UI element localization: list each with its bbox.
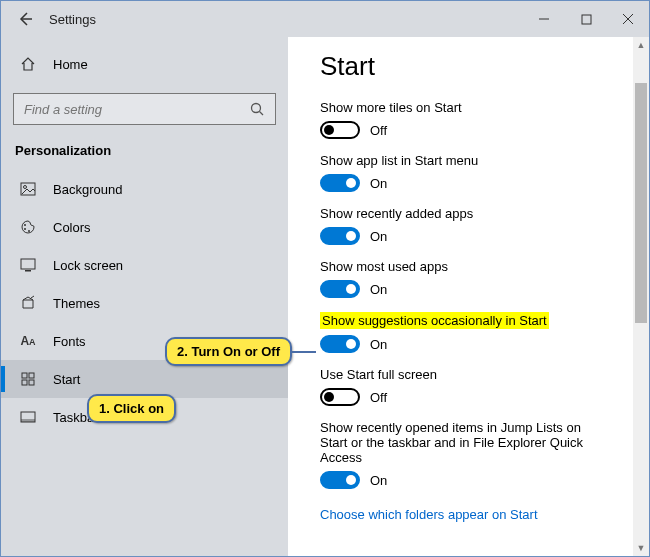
page-heading: Start <box>320 51 609 82</box>
svg-rect-7 <box>21 259 35 269</box>
setting-label: Show most used apps <box>320 259 448 274</box>
setting-label: Show recently opened items in Jump Lists… <box>320 420 609 465</box>
minimize-icon <box>538 13 550 25</box>
back-button[interactable] <box>9 1 41 37</box>
search-box[interactable] <box>13 93 276 125</box>
sidebar: Home Personalization Background Colo <box>1 37 288 556</box>
setting-label: Show suggestions occasionally in Start <box>320 312 549 329</box>
search-input[interactable] <box>14 102 239 117</box>
home-icon <box>19 56 37 72</box>
toggle-recently-added[interactable] <box>320 227 360 245</box>
toggle-state: On <box>370 473 387 488</box>
annotation-step2: 2. Turn On or Off <box>165 337 292 366</box>
setting-label: Show more tiles on Start <box>320 100 462 115</box>
nav-lock-screen[interactable]: Lock screen <box>1 246 288 284</box>
setting-more-tiles: Show more tiles on Start Off <box>320 100 609 139</box>
titlebar: Settings <box>1 1 649 37</box>
setting-most-used: Show most used apps On <box>320 259 609 298</box>
svg-rect-8 <box>25 270 31 272</box>
scrollbar[interactable]: ▲ ▼ <box>633 37 649 556</box>
toggle-state: On <box>370 337 387 352</box>
setting-recently-added: Show recently added apps On <box>320 206 609 245</box>
setting-label: Use Start full screen <box>320 367 437 382</box>
nav-label: Colors <box>53 220 91 235</box>
nav-background[interactable]: Background <box>1 170 288 208</box>
taskbar-icon <box>19 411 37 423</box>
toggle-state: Off <box>370 390 387 405</box>
maximize-button[interactable] <box>565 1 607 37</box>
nav-label: Fonts <box>53 334 86 349</box>
toggle-more-tiles[interactable] <box>320 121 360 139</box>
svg-point-6 <box>28 230 30 232</box>
setting-app-list: Show app list in Start menu On <box>320 153 609 192</box>
svg-point-3 <box>24 186 27 189</box>
back-arrow-icon <box>17 11 33 27</box>
nav-label: Background <box>53 182 122 197</box>
close-button[interactable] <box>607 1 649 37</box>
setting-full-screen: Use Start full screen Off <box>320 367 609 406</box>
themes-icon <box>19 295 37 311</box>
toggle-app-list[interactable] <box>320 174 360 192</box>
svg-rect-12 <box>29 380 34 385</box>
toggle-state: Off <box>370 123 387 138</box>
setting-suggestions: Show suggestions occasionally in Start O… <box>320 312 609 353</box>
category-label: Personalization <box>1 139 288 170</box>
scroll-down-icon[interactable]: ▼ <box>633 540 649 556</box>
annotation-step1: 1. Click on <box>87 394 176 423</box>
nav-themes[interactable]: Themes <box>1 284 288 322</box>
main-panel: Start Show more tiles on Start Off Show … <box>288 37 649 556</box>
toggle-full-screen[interactable] <box>320 388 360 406</box>
toggle-jump-lists[interactable] <box>320 471 360 489</box>
svg-point-5 <box>24 228 26 230</box>
svg-rect-10 <box>29 373 34 378</box>
svg-rect-14 <box>21 419 35 422</box>
window-title: Settings <box>41 12 96 27</box>
toggle-most-used[interactable] <box>320 280 360 298</box>
toggle-state: On <box>370 229 387 244</box>
nav-home[interactable]: Home <box>1 45 288 83</box>
scroll-thumb[interactable] <box>635 83 647 323</box>
setting-label: Show recently added apps <box>320 206 473 221</box>
svg-point-4 <box>24 224 26 226</box>
minimize-button[interactable] <box>523 1 565 37</box>
lock-screen-icon <box>19 258 37 272</box>
svg-rect-11 <box>22 380 27 385</box>
folders-link[interactable]: Choose which folders appear on Start <box>320 507 538 522</box>
search-icon <box>239 101 275 117</box>
nav-label: Lock screen <box>53 258 123 273</box>
svg-rect-9 <box>22 373 27 378</box>
fonts-icon: AA <box>19 334 37 348</box>
nav-colors[interactable]: Colors <box>1 208 288 246</box>
nav-label: Themes <box>53 296 100 311</box>
picture-icon <box>19 182 37 196</box>
toggle-state: On <box>370 176 387 191</box>
close-icon <box>622 13 634 25</box>
scroll-up-icon[interactable]: ▲ <box>633 37 649 53</box>
nav-label: Start <box>53 372 80 387</box>
toggle-state: On <box>370 282 387 297</box>
setting-label: Show app list in Start menu <box>320 153 478 168</box>
start-icon <box>19 372 37 386</box>
palette-icon <box>19 219 37 235</box>
setting-jump-lists: Show recently opened items in Jump Lists… <box>320 420 609 489</box>
maximize-icon <box>581 14 592 25</box>
toggle-suggestions[interactable] <box>320 335 360 353</box>
svg-point-1 <box>252 104 261 113</box>
svg-rect-0 <box>582 15 591 24</box>
nav-home-label: Home <box>53 57 88 72</box>
